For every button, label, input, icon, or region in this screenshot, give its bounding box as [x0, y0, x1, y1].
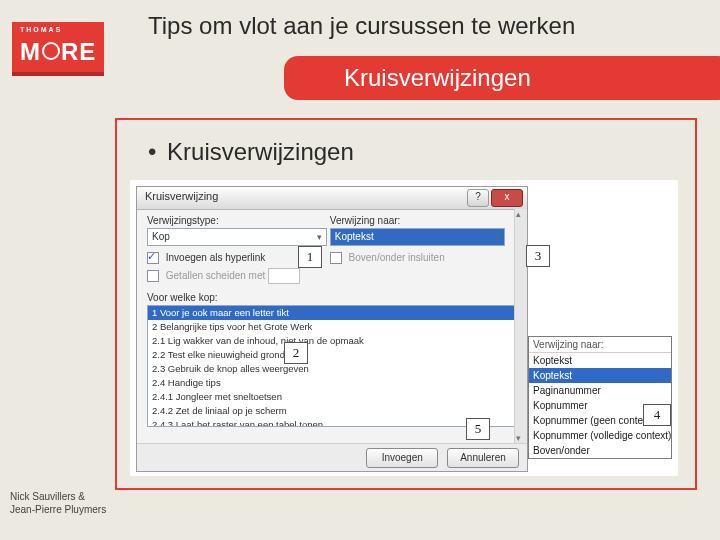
- heading-row[interactable]: 2.1 Lig wakker van de inhoud, niet van d…: [148, 334, 516, 348]
- dialog-title: Kruisverwijzing: [145, 190, 218, 202]
- popup-label: Verwijzing naar:: [529, 337, 671, 353]
- popup-row[interactable]: Koptekst: [529, 368, 671, 383]
- heading-row[interactable]: 1 Voor je ook maar een letter tikt: [148, 306, 516, 320]
- cancel-button[interactable]: Annuleren: [447, 448, 519, 468]
- callout-4: 4: [643, 404, 671, 426]
- callout-1: 1: [298, 246, 322, 268]
- heading-row[interactable]: 2.2 Test elke nieuwigheid grondig uit: [148, 348, 516, 362]
- separate-numbers-checkbox: [147, 270, 159, 282]
- headings-listbox[interactable]: 1 Voor je ook maar een letter tikt2 Bela…: [147, 305, 517, 427]
- callout-2: 2: [284, 342, 308, 364]
- which-heading-label: Voor welke kop:: [147, 292, 517, 303]
- heading-row[interactable]: 2 Belangrijke tips voor het Grote Werk: [148, 320, 516, 334]
- popup-row[interactable]: Paginanummer: [529, 383, 671, 398]
- logo-text-top: THOMAS: [20, 26, 62, 33]
- logo-text-bottom: MRE: [20, 38, 96, 66]
- bullet-dot: •: [148, 138, 156, 165]
- popup-row[interactable]: Boven/onder: [529, 443, 671, 458]
- heading-row[interactable]: 2.3 Gebruik de knop alles weergeven: [148, 362, 516, 376]
- heading-row[interactable]: 2.4.1 Jongleer met sneltoetsen: [148, 390, 516, 404]
- bullet-text: Kruisverwijzingen: [167, 138, 354, 165]
- close-button[interactable]: x: [491, 189, 523, 207]
- separate-numbers-label: Getallen scheiden met: [166, 270, 266, 281]
- authors: Nick Sauvillers & Jean-Pierre Pluymers: [10, 490, 106, 516]
- heading-row[interactable]: 2.4.3 Laat het raster van een tabel tone…: [148, 418, 516, 427]
- hyperlink-checkbox[interactable]: [147, 252, 159, 264]
- include-above-below-label: Boven/onder insluiten: [349, 252, 445, 263]
- insert-button[interactable]: Invoegen: [366, 448, 438, 468]
- left-column: THOMAS MRE Nick Sauvillers & Jean-Pierre…: [0, 0, 110, 540]
- reference-to-popup[interactable]: Verwijzing naar: KoptekstKoptekstPaginan…: [528, 336, 672, 459]
- hyperlink-label: Invoegen als hyperlink: [166, 252, 266, 263]
- reference-to-label: Verwijzing naar:: [330, 215, 505, 226]
- callout-5: 5: [466, 418, 490, 440]
- include-above-below-checkbox: [330, 252, 342, 264]
- dialog-screenshot: Kruisverwijzing ? x Verwijzingstype: Kop…: [130, 180, 678, 476]
- slide-title: Tips om vlot aan je cursussen te werken: [148, 12, 575, 40]
- callout-3: 3: [526, 245, 550, 267]
- bullet-item: • Kruisverwijzingen: [148, 138, 354, 166]
- popup-row[interactable]: Koptekst: [529, 353, 671, 368]
- dialog-button-row: Invoegen Annuleren: [137, 443, 527, 471]
- reference-type-label: Verwijzingstype:: [147, 215, 327, 226]
- topic-badge: Kruisverwijzingen: [284, 56, 720, 100]
- dialog-titlebar[interactable]: Kruisverwijzing ? x: [137, 187, 527, 210]
- brand-logo: THOMAS MRE: [12, 22, 104, 76]
- heading-row[interactable]: 2.4 Handige tips: [148, 376, 516, 390]
- reference-type-select[interactable]: Kop: [147, 228, 327, 246]
- separator-input: [268, 268, 300, 284]
- author-line: Jean-Pierre Pluymers: [10, 503, 106, 516]
- reference-to-select[interactable]: Koptekst: [330, 228, 505, 246]
- heading-row[interactable]: 2.4.2 Zet de liniaal op je scherm: [148, 404, 516, 418]
- logo-o-glyph: [42, 42, 60, 60]
- dialog-body: Verwijzingstype: Kop Invoegen als hyperl…: [137, 209, 527, 443]
- listbox-scrollbar[interactable]: [514, 305, 517, 427]
- author-line: Nick Sauvillers &: [10, 490, 106, 503]
- popup-row[interactable]: Kopnummer (volledige context): [529, 428, 671, 443]
- help-button[interactable]: ?: [467, 189, 489, 207]
